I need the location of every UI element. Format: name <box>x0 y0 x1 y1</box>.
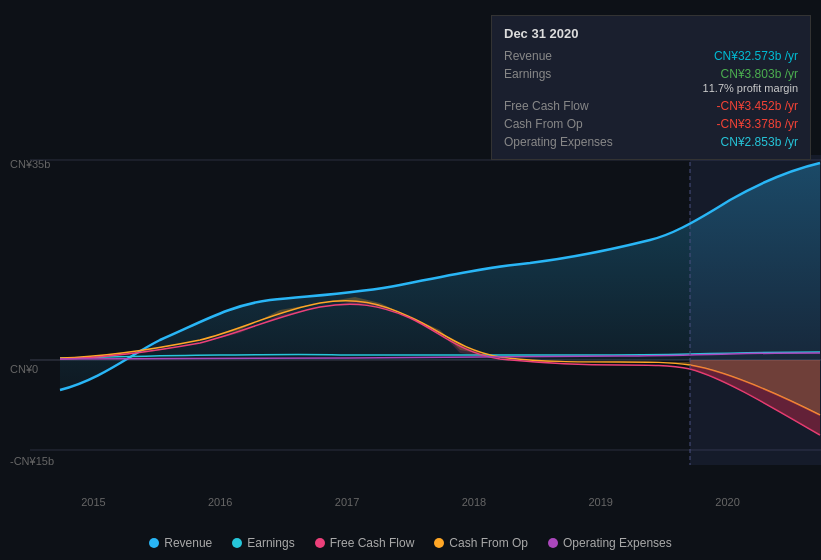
legend-dot-revenue <box>149 538 159 548</box>
tooltip-date: Dec 31 2020 <box>492 24 810 47</box>
tooltip-earnings-label: Earnings <box>504 67 551 81</box>
x-labels: 2015 2016 2017 2018 2019 2020 <box>0 496 821 508</box>
tooltip-fcf-value: -CN¥3.452b /yr <box>717 99 798 113</box>
tooltip-cfo-value: -CN¥3.378b /yr <box>717 117 798 131</box>
x-label-2018: 2018 <box>462 496 486 508</box>
legend-label-cfo: Cash From Op <box>449 536 528 550</box>
x-label-2020: 2020 <box>715 496 739 508</box>
legend-label-opex: Operating Expenses <box>563 536 672 550</box>
legend-label-earnings: Earnings <box>247 536 294 550</box>
legend-fcf[interactable]: Free Cash Flow <box>315 536 415 550</box>
legend-revenue[interactable]: Revenue <box>149 536 212 550</box>
chart-svg <box>0 155 821 465</box>
legend: Revenue Earnings Free Cash Flow Cash Fro… <box>0 536 821 550</box>
legend-cfo[interactable]: Cash From Op <box>434 536 528 550</box>
legend-label-revenue: Revenue <box>164 536 212 550</box>
legend-opex[interactable]: Operating Expenses <box>548 536 672 550</box>
legend-earnings[interactable]: Earnings <box>232 536 294 550</box>
legend-dot-earnings <box>232 538 242 548</box>
tooltip-box: Dec 31 2020 Revenue CN¥32.573b /yr Earni… <box>491 15 811 160</box>
tooltip-revenue-label: Revenue <box>504 49 552 63</box>
tooltip-opex-row: Operating Expenses CN¥2.853b /yr <box>492 133 810 151</box>
tooltip-earnings-row: Earnings CN¥3.803b /yr 11.7% profit marg… <box>492 65 810 97</box>
chart-container: Dec 31 2020 Revenue CN¥32.573b /yr Earni… <box>0 0 821 560</box>
legend-dot-fcf <box>315 538 325 548</box>
tooltip-opex-label: Operating Expenses <box>504 135 613 149</box>
tooltip-revenue-value: CN¥32.573b /yr <box>714 49 798 63</box>
legend-dot-cfo <box>434 538 444 548</box>
tooltip-fcf-label: Free Cash Flow <box>504 99 589 113</box>
x-label-2017: 2017 <box>335 496 359 508</box>
tooltip-revenue-row: Revenue CN¥32.573b /yr <box>492 47 810 65</box>
x-label-2019: 2019 <box>588 496 612 508</box>
x-label-2016: 2016 <box>208 496 232 508</box>
x-label-2015: 2015 <box>81 496 105 508</box>
tooltip-fcf-row: Free Cash Flow -CN¥3.452b /yr <box>492 97 810 115</box>
legend-dot-opex <box>548 538 558 548</box>
tooltip-earnings-value: CN¥3.803b <box>721 67 782 81</box>
legend-label-fcf: Free Cash Flow <box>330 536 415 550</box>
tooltip-opex-value: CN¥2.853b /yr <box>721 135 798 149</box>
tooltip-cfo-row: Cash From Op -CN¥3.378b /yr <box>492 115 810 133</box>
tooltip-cfo-label: Cash From Op <box>504 117 583 131</box>
